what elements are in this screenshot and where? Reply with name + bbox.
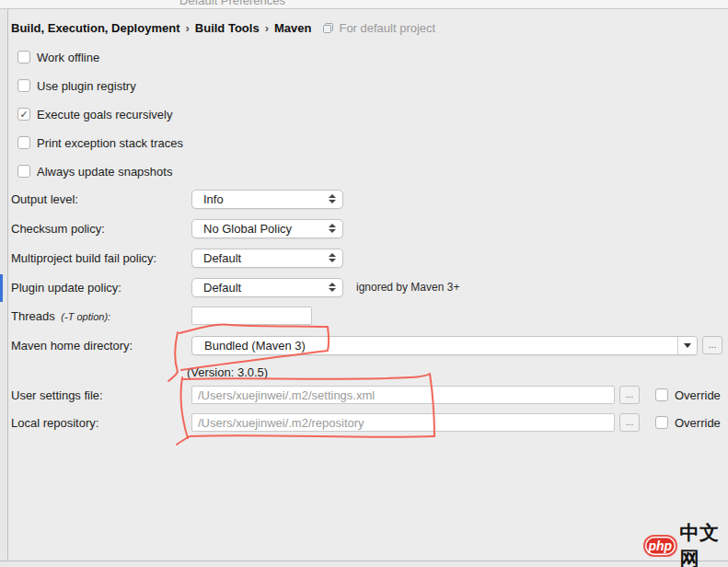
up-down-chevrons-icon <box>329 224 336 233</box>
maven-home-combobox[interactable]: Bundled (Maven 3) <box>191 336 698 355</box>
user-settings-override-checkbox[interactable] <box>655 388 668 401</box>
print-exception-stack-traces-label: Print exception stack traces <box>37 136 183 150</box>
threads-option-hint: (-T option): <box>61 311 110 322</box>
row-use-plugin-registry: Use plugin registry <box>17 78 136 93</box>
multiproject-build-fail-policy-label: Multiproject build fail policy: <box>11 251 191 265</box>
maven-home-dropdown-button[interactable] <box>677 337 697 354</box>
local-repository-override: Override <box>655 416 721 430</box>
window-title: Default Preferences <box>0 0 465 7</box>
always-update-snapshots-checkbox[interactable] <box>17 165 30 178</box>
row-checksum-policy: Checksum policy: No Global Policy <box>11 218 728 238</box>
print-exception-stack-traces-checkbox[interactable] <box>17 136 30 149</box>
checksum-policy-value: No Global Policy <box>203 222 329 236</box>
work-offline-label: Work offline <box>37 51 99 64</box>
execute-goals-recursively-checkbox[interactable]: ✓ <box>17 108 30 121</box>
check-icon: ✓ <box>19 110 28 120</box>
use-plugin-registry-label: Use plugin registry <box>37 79 136 93</box>
tree-selection-sliver <box>0 274 3 302</box>
row-threads: Threads (-T option): <box>11 306 728 326</box>
output-level-select[interactable]: Info <box>191 190 343 209</box>
red-annotation-paths-bottom <box>177 435 434 445</box>
user-settings-override-label: Override <box>675 388 721 402</box>
site-name-text: 中文网 <box>680 520 728 567</box>
local-repository-override-label: Override <box>675 416 721 430</box>
user-settings-file-input[interactable] <box>191 386 615 404</box>
dropdown-arrow-icon <box>684 343 691 348</box>
checksum-policy-label: Checksum policy: <box>11 222 191 236</box>
output-level-label: Output level: <box>11 192 191 206</box>
use-plugin-registry-checkbox[interactable] <box>17 79 30 92</box>
local-repository-override-checkbox[interactable] <box>655 416 668 429</box>
row-user-settings-file: User settings file: ... Override <box>11 385 728 405</box>
maven-home-value: Bundled (Maven 3) <box>192 337 677 354</box>
row-local-repository: Local repository: ... Override <box>11 412 728 433</box>
multiproject-build-fail-policy-value: Default <box>203 251 329 265</box>
threads-input[interactable] <box>191 307 312 325</box>
multiproject-build-fail-policy-select[interactable]: Default <box>191 249 343 268</box>
breadcrumb-build-execution-deployment: Build, Execution, Deployment <box>11 21 179 35</box>
plugin-update-policy-label: Plugin update policy: <box>11 281 191 295</box>
plugin-update-policy-value: Default <box>203 281 329 295</box>
user-settings-browse-button[interactable]: ... <box>619 386 640 404</box>
breadcrumb-separator: › <box>265 21 269 35</box>
panel-bottom-edge <box>0 561 728 567</box>
php-logo-badge: php <box>643 535 677 557</box>
plugin-update-policy-note: ignored by Maven 3+ <box>356 281 459 294</box>
execute-goals-recursively-label: Execute goals recursively <box>37 108 172 122</box>
user-settings-file-label: User settings file: <box>11 388 191 402</box>
breadcrumb-separator: › <box>185 21 189 35</box>
for-default-project-note: For default project <box>339 21 435 35</box>
checksum-policy-select[interactable]: No Global Policy <box>191 219 343 238</box>
row-print-exception-stack-traces: Print exception stack traces <box>17 135 183 150</box>
up-down-chevrons-icon <box>329 194 336 203</box>
row-execute-goals-recursively: ✓ Execute goals recursively <box>17 107 172 122</box>
maven-home-directory-label: Maven home directory: <box>11 339 191 353</box>
php-chinese-site-logo: php 中文网 <box>643 534 728 557</box>
plugin-update-policy-select[interactable]: Default <box>191 278 343 297</box>
row-output-level: Output level: Info <box>11 189 728 209</box>
user-settings-override: Override <box>655 388 721 402</box>
local-repository-browse-button[interactable]: ... <box>619 413 640 432</box>
maven-home-browse-button[interactable]: ... <box>702 336 722 354</box>
up-down-chevrons-icon <box>329 283 336 292</box>
breadcrumb-build-tools: Build Tools <box>195 21 260 35</box>
row-maven-home-directory: Maven home directory: Bundled (Maven 3) … <box>11 335 728 355</box>
row-always-update-snapshots: Always update snapshots <box>17 164 172 179</box>
copy-icon <box>322 22 334 34</box>
always-update-snapshots-label: Always update snapshots <box>37 165 172 179</box>
breadcrumb: Build, Execution, Deployment › Build Too… <box>11 19 724 36</box>
row-plugin-update-policy: Plugin update policy: Default ignored by… <box>11 277 728 297</box>
row-multiproject-build-fail-policy: Multiproject build fail policy: Default <box>11 248 728 268</box>
up-down-chevrons-icon <box>329 253 336 262</box>
work-offline-checkbox[interactable] <box>17 51 30 64</box>
row-work-offline: Work offline <box>17 50 99 64</box>
maven-version-note: (Version: 3.0.5) <box>187 365 268 380</box>
local-repository-label: Local repository: <box>11 416 191 430</box>
threads-label-text: Threads <box>11 309 55 323</box>
output-level-value: Info <box>203 192 329 206</box>
threads-label: Threads (-T option): <box>11 309 191 323</box>
window-titlebar: Default Preferences <box>0 0 728 9</box>
local-repository-input[interactable] <box>191 413 615 432</box>
preferences-window: { "window": { "title": "Default Preferen… <box>0 0 728 567</box>
breadcrumb-maven: Maven <box>274 21 311 35</box>
